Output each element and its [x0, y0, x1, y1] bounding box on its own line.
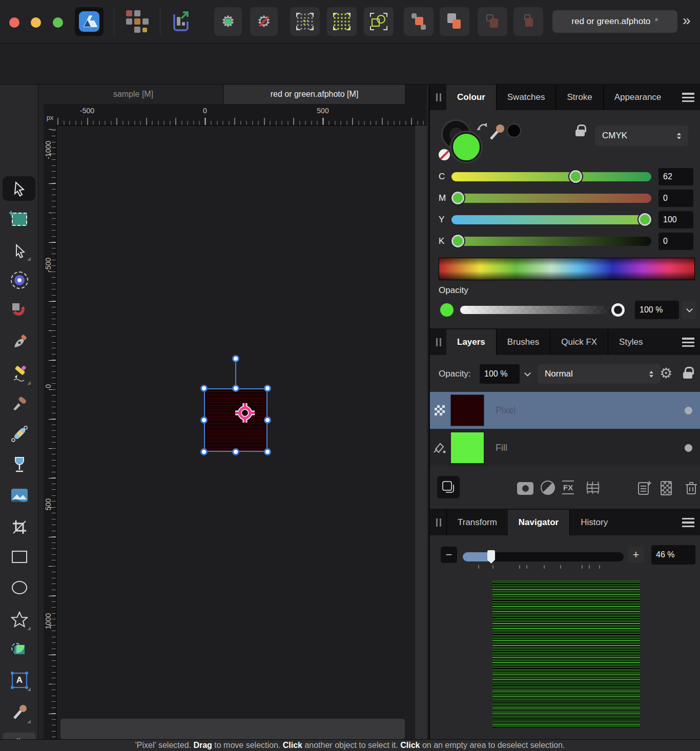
colour-picker-tool[interactable]	[7, 700, 32, 725]
tab-appearance[interactable]: Appearance	[603, 85, 672, 110]
selection-handle-bottom-left[interactable]	[200, 448, 208, 455]
tab-red-or-green[interactable]: red or green.afphoto [M]	[224, 85, 405, 104]
tab-brushes[interactable]: Brushes	[496, 329, 550, 355]
zoom-slider-handle[interactable]	[487, 550, 495, 564]
layer-effects-button[interactable]: FX	[562, 481, 574, 494]
colour-spectrum-bar[interactable]	[439, 258, 695, 280]
magenta-value-field[interactable]: 0	[658, 190, 693, 207]
horizontal-scrollbar[interactable]	[60, 719, 405, 739]
selection-brush-tool[interactable]	[7, 268, 32, 293]
yellow-value-field[interactable]: 100	[658, 211, 693, 228]
layer-thumbnail[interactable]	[450, 432, 484, 464]
healing-brush-tool[interactable]	[7, 422, 32, 446]
selection-handle-top-right[interactable]	[264, 385, 271, 392]
selection-handle-bottom-right[interactable]	[264, 448, 271, 455]
canvas[interactable]	[56, 126, 427, 739]
opacity-slider[interactable]	[460, 306, 625, 314]
black-value-field[interactable]: 0	[658, 233, 693, 250]
slider-handle[interactable]	[451, 192, 464, 204]
cyan-value-field[interactable]: 62	[658, 168, 693, 185]
preferences-button[interactable]: ⚙	[214, 7, 242, 36]
adjustment-layer-button[interactable]	[541, 481, 555, 495]
selection-handle-top-center[interactable]	[232, 385, 239, 392]
zoom-out-button[interactable]: −	[441, 547, 457, 563]
tab-quick-fx[interactable]: Quick FX	[550, 329, 608, 355]
panel-menu-icon[interactable]	[682, 518, 694, 527]
opacity-value-field[interactable]: 100 %	[635, 301, 679, 319]
opacity-dropdown-button[interactable]	[682, 301, 696, 319]
layer-visibility-dot[interactable]	[685, 407, 692, 414]
tab-sample[interactable]: sample [M]	[44, 85, 223, 104]
text-tool[interactable]: A	[7, 668, 32, 693]
arrange-to-front-button[interactable]	[440, 7, 469, 36]
marquee-selection-tool[interactable]: +	[7, 207, 32, 232]
arrange-to-back-button[interactable]	[513, 7, 543, 36]
move-tool[interactable]	[3, 176, 35, 201]
node-selection-tool[interactable]	[7, 238, 32, 262]
selection-handle-top-left[interactable]	[200, 385, 208, 392]
snapping-grid-button[interactable]	[327, 7, 357, 36]
tab-layers[interactable]: Layers	[446, 329, 496, 355]
add-pixel-layer-button[interactable]	[661, 481, 672, 495]
layer-visibility-dot[interactable]	[685, 444, 692, 452]
colour-model-select[interactable]: CMYK	[595, 126, 688, 146]
picked-colour-swatch[interactable]	[507, 123, 521, 138]
zoom-window-button[interactable]	[53, 17, 63, 28]
transform-origin-crosshair-icon[interactable]	[234, 402, 256, 424]
yellow-slider[interactable]	[451, 215, 651, 224]
pen-tool[interactable]	[7, 330, 32, 354]
place-image-tool[interactable]	[7, 483, 32, 508]
zoom-slider[interactable]	[463, 552, 624, 561]
tab-colour[interactable]: Colour	[446, 85, 496, 110]
tab-transform[interactable]: Transform	[446, 510, 508, 535]
layer-opacity-field[interactable]: 100 %	[480, 364, 520, 384]
arrange-backward-button[interactable]	[478, 7, 507, 36]
black-slider[interactable]	[451, 237, 651, 246]
assistant-button[interactable]: ⚙	[250, 7, 278, 36]
modules-grid-icon[interactable]	[123, 9, 150, 35]
minimize-window-button[interactable]	[31, 17, 41, 28]
layer-thumbnail[interactable]	[450, 394, 484, 426]
panel-menu-icon[interactable]	[682, 338, 694, 347]
crop-tool[interactable]	[7, 515, 32, 539]
selection-handle-bottom-center[interactable]	[232, 448, 239, 455]
selection-handle-middle-left[interactable]	[200, 416, 208, 424]
zoom-value-field[interactable]: 46 %	[651, 545, 695, 565]
close-window-button[interactable]	[9, 17, 19, 28]
selection-handle-middle-right[interactable]	[264, 416, 271, 424]
ellipse-tool[interactable]	[7, 575, 32, 600]
slider-handle[interactable]	[451, 235, 464, 247]
rectangle-tool[interactable]	[7, 545, 32, 569]
mask-layer-button[interactable]	[517, 482, 533, 495]
paint-brush-tool[interactable]	[7, 391, 32, 415]
tab-styles[interactable]: Styles	[608, 329, 653, 355]
layer-opacity-dropdown-button[interactable]	[521, 364, 534, 384]
magenta-slider[interactable]	[451, 194, 651, 203]
link-layers-button[interactable]	[437, 476, 460, 498]
tab-history[interactable]: History	[569, 510, 619, 535]
snapping-geometry-button[interactable]	[364, 7, 394, 36]
tab-swatches[interactable]: Swatches	[496, 85, 556, 110]
export-persona-button[interactable]	[170, 8, 191, 36]
tab-stroke[interactable]: Stroke	[555, 85, 603, 110]
no-colour-swatch[interactable]	[439, 149, 450, 160]
panel-drag-grip[interactable]	[436, 93, 441, 101]
star-tool[interactable]	[7, 607, 32, 632]
layer-row-fill[interactable]: Fill	[430, 429, 700, 466]
slider-handle[interactable]	[569, 170, 582, 183]
cyan-slider[interactable]	[451, 172, 651, 181]
live-filter-button[interactable]	[585, 479, 601, 496]
snapping-candidates-button[interactable]	[290, 7, 320, 36]
toolbar-overflow-chevron-icon[interactable]: »	[683, 12, 691, 29]
tab-navigator[interactable]: Navigator	[508, 510, 569, 535]
opacity-slider-handle[interactable]	[611, 303, 625, 317]
pencil-tool[interactable]	[7, 362, 32, 386]
layer-row-pixel[interactable]: Pixel	[430, 392, 700, 429]
arrange-forward-button[interactable]	[404, 7, 434, 36]
shape-selection-tool[interactable]	[7, 637, 32, 662]
panel-drag-grip[interactable]	[436, 518, 441, 527]
blend-options-gear-icon[interactable]: ⚙	[660, 366, 672, 381]
panel-drag-grip[interactable]	[436, 338, 441, 346]
add-layer-button[interactable]	[637, 479, 652, 496]
navigator-preview[interactable]	[492, 581, 640, 728]
